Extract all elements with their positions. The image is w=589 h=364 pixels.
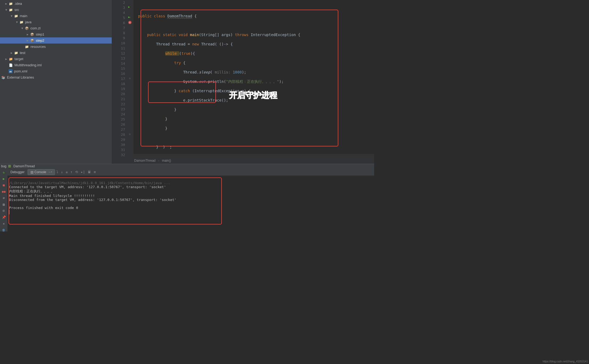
breadcrumb-separator: › [158,159,159,162]
tree-node-idea[interactable]: .idea [0,1,112,7]
file-icon [9,63,13,67]
trash-icon[interactable]: 🗑 [1,228,6,231]
tree-node-java[interactable]: java [0,19,112,25]
pin-icon[interactable]: 📌 [1,215,6,220]
drop-frame-icon[interactable]: ⟲ [75,170,78,174]
console-line: /Library/Java/JavaVirtualMachines/jdk1.8… [9,181,170,185]
tree-node-test[interactable]: test [0,50,112,56]
fold-icon[interactable]: ⊟ [129,77,130,80]
breadcrumb-method[interactable]: main() [162,159,171,162]
debug-panel[interactable]: bug ▦ DamomThread ↻ ▶ ■ ●● ⊘ ▤ ⛭ 📌 ✕ 🗑 D… [0,164,374,231]
tree-node-step2[interactable]: step2 [0,37,112,44]
line-number-gutter: 2345678910111213141516171819202122232425… [112,0,128,157]
tree-label: step2 [36,38,44,42]
tree-node-resources[interactable]: resources [0,44,112,50]
breadcrumbs[interactable]: DamomThread › main() [112,157,374,164]
tree-node-step1[interactable]: step1 [0,31,112,37]
tab-debugger[interactable]: Debugger [7,169,28,175]
folder-icon [9,57,13,61]
run-class-icon[interactable]: ▶ [128,5,130,8]
code-content[interactable]: public class DamomThread { public static… [134,0,374,157]
maven-icon [9,69,13,73]
code-editor[interactable]: 2345678910111213141516171819202122232425… [112,0,374,164]
tree-label: step1 [36,32,44,36]
tree-label: java [25,20,32,24]
project-tree[interactable]: .idea src main java com.zl step1 step2 r… [0,0,112,164]
folder-icon [14,14,18,18]
console-line: Process finished with exit code 0 [9,206,78,210]
tree-label: pom.xml [14,69,27,73]
tree-label: com.zl [30,26,41,30]
force-step-into-icon[interactable]: ⇊ [66,170,68,174]
tree-label: src [14,8,19,12]
tree-node-src[interactable]: src [0,7,112,13]
debug-header: bug ▦ DamomThread [0,164,374,168]
cursor-caret [9,210,9,214]
close-icon[interactable]: ✕ [1,221,6,226]
breadcrumb-class[interactable]: DamomThread [134,159,156,162]
step-out-icon[interactable]: ↑ [71,170,73,174]
console-line: Main thread finished lifecycle !!!!!!!!!… [9,194,95,198]
tree-label: resources [30,45,46,49]
evaluate-icon[interactable]: 🖩 [88,170,91,174]
tree-node-target[interactable]: target [0,56,112,62]
folder-icon [25,45,29,49]
folder-icon [9,2,13,6]
tree-node-ext-libs[interactable]: External Libraries [0,74,112,80]
package-icon [30,38,34,43]
debug-label-bug: bug [1,164,6,168]
folder-icon [19,20,24,24]
debug-tabs[interactable]: Debugger ▤Console→• ⤵ ↓ ⇊ ↑ ⟲ ▸| 🖩 ≡ [7,168,374,176]
debug-config-name[interactable]: DamomThread [13,164,35,168]
debug-side-toolbar[interactable]: ↻ ▶ ■ ●● ⊘ ▤ ⛭ 📌 ✕ 🗑 [0,168,7,231]
console-line: 内部线程：正在执行。。。。 [9,189,54,193]
tree-node-iml[interactable]: Multithreading.iml [0,62,112,68]
gutter-icons[interactable]: ▶ ▶ ⨯ ⊟ ⊟ ⊟ [128,0,134,157]
library-icon [1,75,5,80]
rerun-icon[interactable]: ↻ [1,170,6,175]
folder-icon [9,8,13,12]
settings-icon[interactable]: ⛭ [1,208,6,213]
view-breakpoints-icon[interactable]: ●● [1,189,6,194]
tree-label: main [20,14,27,18]
trace-icon[interactable]: ≡ [94,170,96,174]
folder-icon [14,51,18,55]
tab-console[interactable]: ▤Console→• [28,169,55,175]
tree-label: Multithreading.iml [14,63,42,67]
console-line: Connected to the target VM, address: '12… [9,185,166,189]
fold-icon[interactable]: ⊟ [129,16,130,19]
mute-breakpoints-icon[interactable]: ⊘ [1,196,6,200]
tree-label: External Libraries [7,75,34,79]
tree-node-pom[interactable]: pom.xml [0,68,112,74]
resume-icon[interactable]: ▶ [1,176,6,181]
layout-icon[interactable]: ▤ [1,202,6,207]
tree-label: target [14,57,23,61]
app-icon: ▦ [8,164,12,168]
step-into-icon[interactable]: ↓ [61,170,63,174]
annotation-text: 开启守护进程 [229,90,277,101]
tree-label: test [20,51,25,55]
run-to-cursor-icon[interactable]: ▸| [81,170,85,174]
package-icon [30,32,34,37]
console-line: Disconnected from the target VM, address… [9,198,176,202]
stop-icon[interactable]: ■ [1,183,6,188]
tree-node-pkg[interactable]: com.zl [0,25,112,31]
console-output[interactable]: /Library/Java/JavaVirtualMachines/jdk1.8… [7,176,374,231]
breakpoint-icon[interactable]: ⨯ [128,21,131,24]
tree-node-main[interactable]: main [0,13,112,19]
step-over-icon[interactable]: ⤵ [56,170,58,174]
tree-label: .idea [14,2,22,6]
fold-icon[interactable]: ⊟ [129,133,130,135]
package-icon [25,26,29,30]
